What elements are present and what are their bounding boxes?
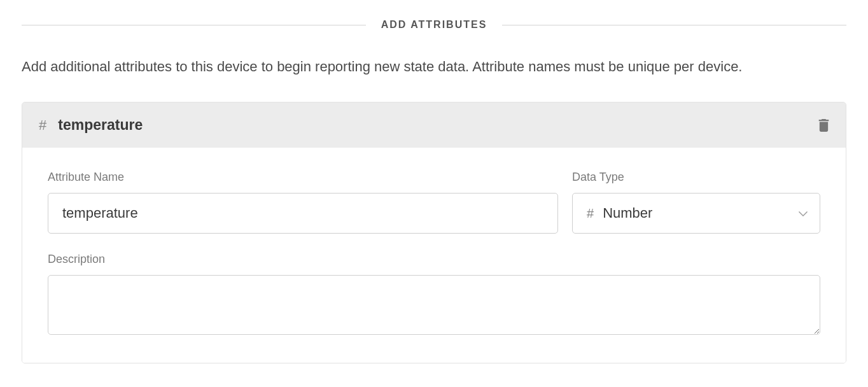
attribute-name-group: Attribute Name xyxy=(48,171,558,234)
description-input[interactable] xyxy=(48,275,820,335)
delete-attribute-button[interactable] xyxy=(818,119,829,132)
attribute-name-input[interactable] xyxy=(48,193,558,234)
attribute-card: # temperature Attribute Name Data Type #… xyxy=(22,102,846,363)
attribute-header: # temperature xyxy=(22,102,846,148)
section-divider: ADD ATTRIBUTES xyxy=(22,19,846,31)
attribute-header-left: # temperature xyxy=(39,116,143,134)
attribute-name-label: Attribute Name xyxy=(48,171,558,184)
datatype-select[interactable]: # Number xyxy=(572,193,820,234)
datatype-group: Data Type # Number xyxy=(572,171,820,234)
hash-icon: # xyxy=(587,206,594,221)
hash-icon: # xyxy=(39,117,46,134)
datatype-label: Data Type xyxy=(572,171,820,184)
divider-line-left xyxy=(22,25,366,25)
helper-text: Add additional attributes to this device… xyxy=(22,56,846,78)
form-row-main: Attribute Name Data Type # Number xyxy=(48,171,820,234)
description-label: Description xyxy=(48,253,820,266)
divider-line-right xyxy=(502,25,846,25)
attribute-body: Attribute Name Data Type # Number Descri… xyxy=(22,148,846,363)
description-group: Description xyxy=(48,253,820,337)
datatype-value: Number xyxy=(603,205,652,222)
section-title: ADD ATTRIBUTES xyxy=(381,19,487,31)
attribute-title: temperature xyxy=(58,116,143,134)
trash-icon xyxy=(818,119,829,132)
datatype-select-wrapper: # Number xyxy=(572,193,820,234)
